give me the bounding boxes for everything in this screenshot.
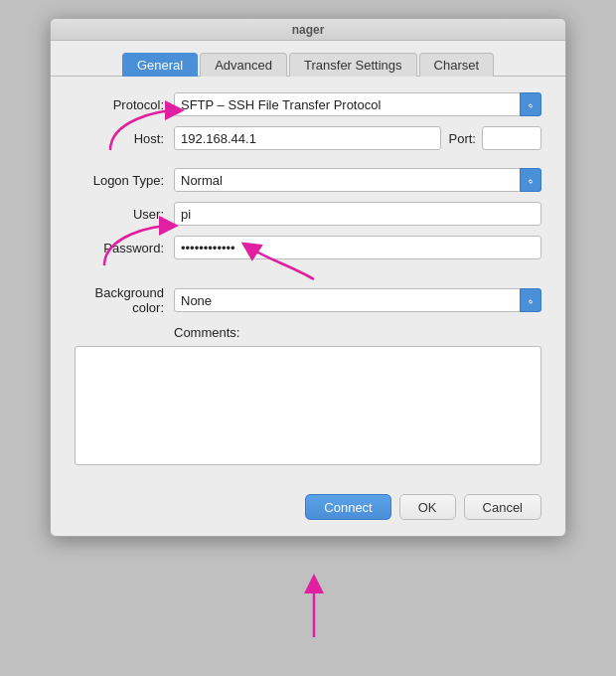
password-row: Password: [75, 236, 541, 259]
title-bar-text: nager [292, 23, 325, 37]
bg-color-select-wrapper: None [174, 288, 541, 312]
bg-color-label: Background color: [75, 285, 174, 315]
host-row: Host: Port: [75, 126, 541, 150]
tab-content: Protocol: SFTP – SSH File Transfer Proto… [51, 76, 565, 480]
password-input[interactable] [174, 236, 541, 259]
comments-textarea[interactable] [75, 346, 541, 465]
logon-type-row: Logon Type: Normal [75, 168, 541, 192]
tab-transfer-settings[interactable]: Transfer Settings [289, 53, 417, 77]
bottom-bar: Connect OK Cancel [51, 480, 565, 520]
cancel-button[interactable]: Cancel [464, 494, 541, 520]
comments-section: Comments: [75, 325, 541, 468]
host-label: Host: [75, 131, 174, 146]
bg-color-row: Background color: None [75, 285, 541, 315]
password-label: Password: [75, 241, 174, 255]
tab-advanced[interactable]: Advanced [200, 53, 287, 77]
title-bar: nager [51, 19, 565, 41]
bg-color-select[interactable]: None [174, 288, 541, 312]
protocol-label: Protocol: [75, 97, 174, 112]
tab-bar: General Advanced Transfer Settings Chars… [51, 41, 565, 77]
arrow-connect-annotation [279, 576, 359, 640]
logon-type-select[interactable]: Normal [174, 168, 541, 192]
port-input[interactable] [482, 126, 541, 150]
tab-charset[interactable]: Charset [419, 53, 495, 77]
protocol-select[interactable]: SFTP – SSH File Transfer Protocol [174, 92, 541, 116]
main-window: nager General Advanced Transfer Settings… [50, 18, 566, 537]
connect-button[interactable]: Connect [305, 494, 390, 520]
user-row: User: [75, 202, 541, 226]
port-label: Port: [441, 131, 482, 146]
protocol-select-wrapper: SFTP – SSH File Transfer Protocol [174, 92, 541, 116]
host-input[interactable] [174, 126, 441, 150]
comments-label: Comments: [174, 325, 541, 340]
ok-button[interactable]: OK [399, 494, 456, 520]
protocol-row: Protocol: SFTP – SSH File Transfer Proto… [75, 92, 541, 116]
user-input[interactable] [174, 202, 541, 226]
tab-general[interactable]: General [122, 53, 198, 77]
logon-type-select-wrapper: Normal [174, 168, 541, 192]
logon-type-label: Logon Type: [75, 173, 174, 188]
user-label: User: [75, 207, 174, 222]
